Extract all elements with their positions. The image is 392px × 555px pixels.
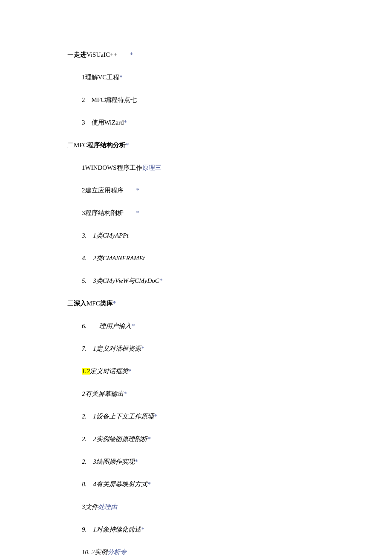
star: * — [136, 187, 140, 194]
toc-item: 9. 1对象持续化简述* — [82, 525, 375, 534]
toc-item: 10. 2实例分析专 — [82, 548, 375, 555]
star: * — [159, 277, 163, 284]
toc-item: 2. 1设备上下文工作原理* — [82, 412, 375, 421]
item-text: 2建立应用程序 — [82, 187, 124, 194]
toc-item: 4. 2类CMAlNFRAMEt — [82, 254, 375, 263]
heading-bold2: 类库 — [100, 300, 113, 307]
star: * — [136, 209, 140, 216]
item-text: 4. 2类CMAlNFRAMEt — [82, 255, 145, 262]
item-text: 5. 3类CMyVieW与CMyDoC — [82, 277, 159, 284]
item-text: 8. 4有关屏幕映射方式 — [82, 481, 147, 488]
toc-item: 2建立应用程序* — [82, 186, 375, 195]
star: * — [147, 436, 151, 442]
star: * — [141, 345, 144, 352]
item-text: 3. 1类CMyAPPt — [82, 232, 129, 239]
heading-prefix: 三 — [67, 300, 74, 307]
heading-prefix: 二MFC — [67, 142, 87, 148]
item-text: 7. 1定义对话框资源 — [82, 345, 141, 352]
toc-item: 2有关屏幕输出* — [82, 389, 375, 398]
toc-item: 1.2定义对话框类* — [82, 367, 375, 376]
item-link[interactable]: 原理三 — [142, 164, 161, 171]
item-link[interactable]: 分析专 — [107, 549, 127, 555]
heading-2: 二MFC程序结构分析* — [67, 141, 375, 150]
heading-bold: 深入 — [74, 300, 86, 307]
star: * — [113, 300, 116, 307]
item-text: 2 MFC编程特点七 — [82, 96, 137, 103]
toc-item: 1WINDOWS程序工作原理三 — [82, 163, 375, 172]
item-text: 1WINDOWS程序工作 — [82, 164, 142, 171]
toc-item: 5. 3类CMyVieW与CMyDoC* — [82, 276, 375, 285]
toc-item: 3 使用WiZard* — [82, 118, 375, 127]
highlighted-text: 1.2 — [82, 368, 90, 375]
heading-bold: 走进 — [74, 51, 86, 58]
item-text: 6. 理用户输入 — [82, 323, 131, 329]
star: * — [124, 119, 127, 126]
star: * — [131, 323, 135, 329]
item-text: 3 使用WiZard — [82, 119, 124, 126]
heading-1: 一走进ViSUaIC++* — [67, 50, 375, 59]
star: * — [154, 413, 157, 420]
star: * — [147, 481, 151, 488]
star: * — [141, 526, 144, 533]
toc-item: 2. 3绘图操作实现* — [82, 457, 375, 466]
star: * — [126, 142, 129, 148]
toc-item: 1理解VC工程* — [82, 73, 375, 82]
star: * — [119, 74, 123, 81]
toc-item: 3程序结构剖析* — [82, 209, 375, 218]
heading-text: MFC — [86, 300, 100, 307]
toc-item: 3文件处理由 — [82, 503, 375, 511]
item-text: 3文件 — [82, 503, 98, 510]
document-page: 一走进ViSUaIC++* 1理解VC工程* 2 MFC编程特点七 3 使用Wi… — [0, 0, 392, 555]
item-text: 3程序结构剖析 — [82, 209, 124, 216]
heading-prefix: 一 — [67, 51, 74, 58]
item-link[interactable]: 处理由 — [98, 503, 117, 510]
item-text: 9. 1对象持续化简述 — [82, 526, 141, 533]
toc-item: 2 MFC编程特点七 — [82, 96, 375, 105]
item-text: 2. 1设备上下文工作原理 — [82, 413, 154, 420]
toc-item: 2. 2实例绘图原理剖析* — [82, 435, 375, 444]
item-text: 2有关屏幕输出 — [82, 390, 124, 397]
star: * — [124, 390, 127, 397]
star: * — [135, 458, 138, 465]
item-text: 2. 2实例绘图原理剖析 — [82, 436, 147, 442]
toc-item: 3. 1类CMyAPPt — [82, 231, 375, 240]
heading-bold: 程序结构分析 — [87, 142, 126, 148]
item-text: 2. 3绘图操作实现 — [82, 458, 135, 465]
toc-item: 7. 1定义对话框资源* — [82, 344, 375, 353]
toc-item: 8. 4有关屏幕映射方式* — [82, 480, 375, 489]
heading-text: ViSUaIC++ — [86, 51, 117, 58]
item-text: 1理解VC工程 — [82, 74, 119, 81]
heading-3: 三深入MFC类库* — [67, 299, 375, 308]
item-text: 定义对话框类 — [90, 368, 128, 375]
toc-item: 6. 理用户输入* — [82, 322, 375, 331]
item-text: 10. 2实例 — [82, 549, 107, 555]
star: * — [130, 51, 133, 58]
star: * — [128, 368, 132, 375]
